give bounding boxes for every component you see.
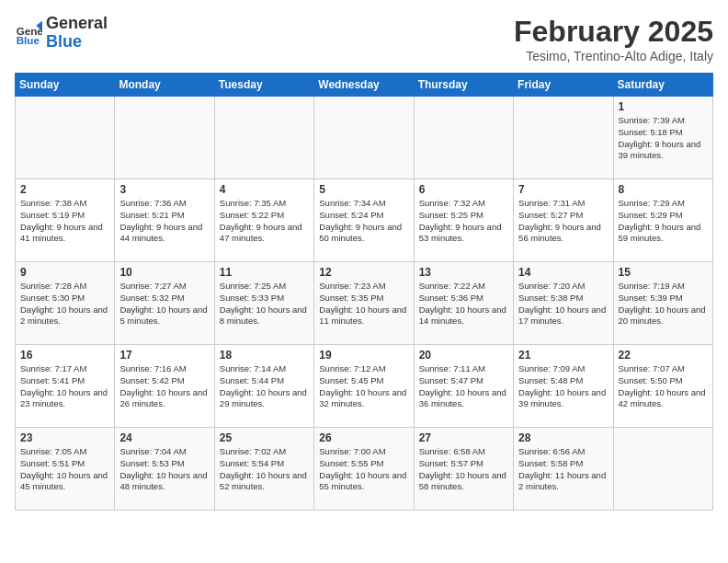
day-number: 16 <box>20 349 109 362</box>
day-info: Sunrise: 7:14 AM Sunset: 5:44 PM Dayligh… <box>220 363 309 410</box>
day-number: 26 <box>319 431 408 444</box>
day-cell: 12Sunrise: 7:23 AM Sunset: 5:35 PM Dayli… <box>314 262 414 345</box>
day-info: Sunrise: 7:20 AM Sunset: 5:38 PM Dayligh… <box>518 281 608 327</box>
day-info: Sunrise: 7:17 AM Sunset: 5:41 PM Dayligh… <box>20 363 109 410</box>
day-cell: 11Sunrise: 7:25 AM Sunset: 5:33 PM Dayli… <box>214 262 313 345</box>
day-info: Sunrise: 7:39 AM Sunset: 5:18 PM Dayligh… <box>619 115 708 162</box>
day-number: 18 <box>220 349 309 362</box>
day-cell: 24Sunrise: 7:04 AM Sunset: 5:53 PM Dayli… <box>115 428 214 511</box>
day-info: Sunrise: 7:27 AM Sunset: 5:32 PM Dayligh… <box>119 281 209 327</box>
calendar-table: Sunday Monday Tuesday Wednesday Thursday… <box>15 73 713 511</box>
week-row-2: 2Sunrise: 7:38 AM Sunset: 5:19 PM Daylig… <box>16 179 713 262</box>
day-info: Sunrise: 7:02 AM Sunset: 5:54 PM Dayligh… <box>220 446 309 493</box>
logo: General Blue General Blue <box>15 15 108 52</box>
day-cell: 27Sunrise: 6:58 AM Sunset: 5:57 PM Dayli… <box>414 428 513 511</box>
week-row-4: 16Sunrise: 7:17 AM Sunset: 5:41 PM Dayli… <box>16 345 713 428</box>
col-friday: Friday <box>514 74 613 97</box>
col-monday: Monday <box>115 74 214 97</box>
day-number: 14 <box>518 266 608 279</box>
day-number: 13 <box>419 266 508 279</box>
day-info: Sunrise: 7:23 AM Sunset: 5:35 PM Dayligh… <box>319 281 408 327</box>
day-cell: 6Sunrise: 7:32 AM Sunset: 5:25 PM Daylig… <box>414 179 513 262</box>
day-number: 17 <box>119 349 209 362</box>
day-number: 3 <box>119 183 209 196</box>
week-row-5: 23Sunrise: 7:05 AM Sunset: 5:51 PM Dayli… <box>16 428 713 511</box>
title-block: February 2025 Tesimo, Trentino-Alto Adig… <box>514 15 713 63</box>
day-info: Sunrise: 6:56 AM Sunset: 5:58 PM Dayligh… <box>518 446 608 493</box>
day-number: 23 <box>20 431 109 444</box>
day-cell: 9Sunrise: 7:28 AM Sunset: 5:30 PM Daylig… <box>16 262 115 345</box>
day-cell: 16Sunrise: 7:17 AM Sunset: 5:41 PM Dayli… <box>16 345 115 428</box>
page-header: General Blue General Blue February 2025 … <box>15 15 713 63</box>
calendar-subtitle: Tesimo, Trentino-Alto Adige, Italy <box>514 49 713 63</box>
day-info: Sunrise: 7:35 AM Sunset: 5:22 PM Dayligh… <box>220 198 309 245</box>
day-cell: 28Sunrise: 6:56 AM Sunset: 5:58 PM Dayli… <box>514 428 613 511</box>
day-number: 8 <box>619 183 708 196</box>
day-info: Sunrise: 7:32 AM Sunset: 5:25 PM Dayligh… <box>419 198 508 245</box>
day-cell: 1Sunrise: 7:39 AM Sunset: 5:18 PM Daylig… <box>613 97 712 179</box>
day-number: 21 <box>518 349 608 362</box>
day-cell: 17Sunrise: 7:16 AM Sunset: 5:42 PM Dayli… <box>115 345 214 428</box>
col-thursday: Thursday <box>414 74 513 97</box>
day-number: 20 <box>419 349 508 362</box>
day-number: 28 <box>518 431 608 444</box>
day-info: Sunrise: 6:58 AM Sunset: 5:57 PM Dayligh… <box>419 446 508 493</box>
day-info: Sunrise: 7:05 AM Sunset: 5:51 PM Dayligh… <box>20 446 109 493</box>
day-cell: 19Sunrise: 7:12 AM Sunset: 5:45 PM Dayli… <box>314 345 414 428</box>
day-info: Sunrise: 7:19 AM Sunset: 5:39 PM Dayligh… <box>619 281 708 327</box>
day-info: Sunrise: 7:22 AM Sunset: 5:36 PM Dayligh… <box>419 281 508 327</box>
day-info: Sunrise: 7:16 AM Sunset: 5:42 PM Dayligh… <box>119 363 209 410</box>
day-cell <box>613 428 712 511</box>
day-number: 15 <box>619 266 708 279</box>
day-info: Sunrise: 7:29 AM Sunset: 5:29 PM Dayligh… <box>619 198 708 245</box>
day-number: 19 <box>319 349 408 362</box>
day-number: 7 <box>518 183 608 196</box>
col-tuesday: Tuesday <box>214 74 313 97</box>
day-cell: 25Sunrise: 7:02 AM Sunset: 5:54 PM Dayli… <box>214 428 313 511</box>
day-info: Sunrise: 7:25 AM Sunset: 5:33 PM Dayligh… <box>220 281 309 327</box>
day-info: Sunrise: 7:38 AM Sunset: 5:19 PM Dayligh… <box>20 198 109 245</box>
day-info: Sunrise: 7:00 AM Sunset: 5:55 PM Dayligh… <box>319 446 408 493</box>
day-cell: 18Sunrise: 7:14 AM Sunset: 5:44 PM Dayli… <box>214 345 313 428</box>
day-info: Sunrise: 7:12 AM Sunset: 5:45 PM Dayligh… <box>319 363 408 410</box>
day-number: 12 <box>319 266 408 279</box>
day-info: Sunrise: 7:07 AM Sunset: 5:50 PM Dayligh… <box>619 363 708 410</box>
day-number: 1 <box>619 100 708 113</box>
day-info: Sunrise: 7:34 AM Sunset: 5:24 PM Dayligh… <box>319 198 408 245</box>
logo-general: General <box>46 14 108 32</box>
day-info: Sunrise: 7:28 AM Sunset: 5:30 PM Dayligh… <box>20 281 109 327</box>
day-cell: 23Sunrise: 7:05 AM Sunset: 5:51 PM Dayli… <box>16 428 115 511</box>
day-cell: 22Sunrise: 7:07 AM Sunset: 5:50 PM Dayli… <box>613 345 712 428</box>
logo-icon: General Blue <box>15 19 42 47</box>
day-cell: 5Sunrise: 7:34 AM Sunset: 5:24 PM Daylig… <box>314 179 414 262</box>
logo-blue: Blue <box>46 32 82 51</box>
day-cell <box>414 97 513 179</box>
day-info: Sunrise: 7:04 AM Sunset: 5:53 PM Dayligh… <box>119 446 209 493</box>
day-cell <box>16 97 115 179</box>
day-cell: 20Sunrise: 7:11 AM Sunset: 5:47 PM Dayli… <box>414 345 513 428</box>
day-cell: 10Sunrise: 7:27 AM Sunset: 5:32 PM Dayli… <box>115 262 214 345</box>
day-cell: 14Sunrise: 7:20 AM Sunset: 5:38 PM Dayli… <box>514 262 613 345</box>
day-number: 25 <box>220 431 309 444</box>
header-row: Sunday Monday Tuesday Wednesday Thursday… <box>16 74 713 97</box>
day-number: 27 <box>419 431 508 444</box>
day-info: Sunrise: 7:11 AM Sunset: 5:47 PM Dayligh… <box>419 363 508 410</box>
day-cell: 21Sunrise: 7:09 AM Sunset: 5:48 PM Dayli… <box>514 345 613 428</box>
day-cell <box>514 97 613 179</box>
day-cell: 8Sunrise: 7:29 AM Sunset: 5:29 PM Daylig… <box>613 179 712 262</box>
day-number: 22 <box>619 349 708 362</box>
day-info: Sunrise: 7:36 AM Sunset: 5:21 PM Dayligh… <box>119 198 209 245</box>
day-number: 6 <box>419 183 508 196</box>
calendar-title: February 2025 <box>514 15 713 49</box>
day-number: 10 <box>119 266 209 279</box>
col-wednesday: Wednesday <box>314 74 414 97</box>
day-info: Sunrise: 7:31 AM Sunset: 5:27 PM Dayligh… <box>518 198 608 245</box>
day-cell: 13Sunrise: 7:22 AM Sunset: 5:36 PM Dayli… <box>414 262 513 345</box>
week-row-3: 9Sunrise: 7:28 AM Sunset: 5:30 PM Daylig… <box>16 262 713 345</box>
day-cell: 15Sunrise: 7:19 AM Sunset: 5:39 PM Dayli… <box>613 262 712 345</box>
day-cell <box>314 97 414 179</box>
day-cell: 26Sunrise: 7:00 AM Sunset: 5:55 PM Dayli… <box>314 428 414 511</box>
day-cell <box>115 97 214 179</box>
day-cell: 2Sunrise: 7:38 AM Sunset: 5:19 PM Daylig… <box>16 179 115 262</box>
week-row-1: 1Sunrise: 7:39 AM Sunset: 5:18 PM Daylig… <box>16 97 713 179</box>
